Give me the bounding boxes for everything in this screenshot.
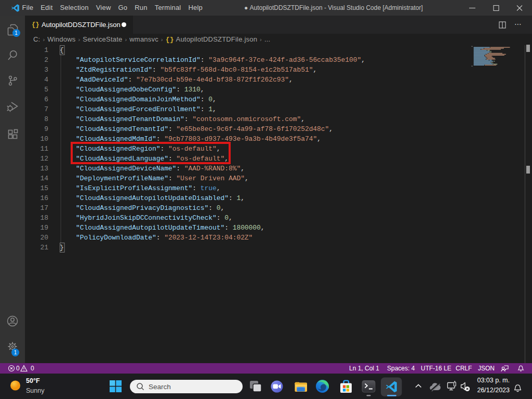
svg-text:Search: Search [149,383,171,391]
